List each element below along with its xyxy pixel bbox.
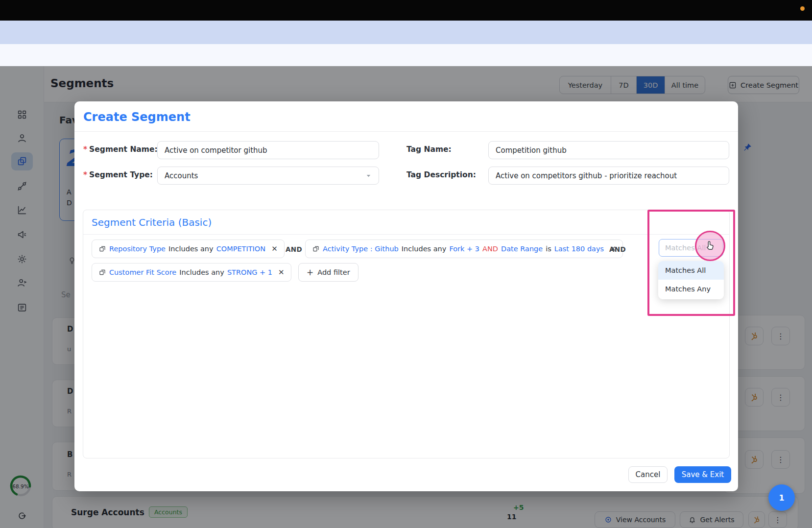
chip-operator: Includes any — [402, 245, 447, 253]
chip-operator: Includes any — [179, 268, 224, 276]
duplicate-icon — [98, 268, 106, 276]
duplicate-icon — [98, 245, 106, 253]
chip-value: Fork + 3 — [449, 245, 479, 253]
tag-description-label: Tag Description: — [406, 170, 476, 179]
tag-description-value: Active on competitors github - prioritiz… — [496, 171, 677, 180]
chip-field: Repository Type — [109, 245, 166, 253]
annotation-highlight-box — [647, 210, 735, 316]
segment-name-label: *Segment Name: — [83, 145, 158, 154]
chip-field: Customer Fit Score — [109, 268, 176, 276]
browser-toolbar: web.reo.dev/dashboard/segments ☆ M Error… — [0, 44, 812, 66]
segment-type-label-text: Segment Type: — [89, 170, 153, 179]
chip-operator-2: is — [546, 245, 551, 253]
chip-value-2: Last 180 days — [554, 245, 604, 253]
add-filter-label: Add filter — [317, 268, 350, 276]
chip-value: COMPETITION — [216, 245, 265, 253]
modal-divider — [74, 131, 738, 132]
filter-chip-repository-type[interactable]: Repository Type Includes any COMPETITION… — [92, 240, 285, 258]
tag-name-label: Tag Name: — [406, 145, 452, 154]
chip-field: Activity Type : Github — [323, 245, 399, 253]
segment-criteria-panel: Segment Criteria (Basic) Repository Type… — [83, 210, 730, 458]
create-segment-modal: Create Segment *Segment Name: Active on … — [74, 101, 738, 491]
hand-cursor-icon — [704, 240, 716, 252]
criteria-title: Segment Criteria (Basic) — [92, 216, 212, 228]
tag-name-value: Competition github — [496, 146, 567, 155]
segment-name-label-text: Segment Name: — [89, 145, 158, 154]
annotation-cursor-circle — [695, 231, 725, 261]
chip-remove-icon[interactable]: ✕ — [278, 268, 285, 277]
camera-indicator-icon — [800, 6, 805, 11]
chat-badge: 1 — [779, 493, 784, 503]
segment-type-value: Accounts — [165, 171, 198, 180]
menu-bar — [0, 0, 812, 21]
duplicate-icon — [312, 245, 320, 253]
add-filter-button[interactable]: + Add filter — [298, 263, 358, 282]
and-connector: AND — [609, 245, 626, 253]
chip-remove-icon[interactable]: ✕ — [271, 244, 278, 253]
cancel-button[interactable]: Cancel — [628, 466, 668, 483]
save-exit-button[interactable]: Save & Exit — [674, 466, 731, 483]
tag-description-input[interactable]: Active on competitors github - prioritiz… — [488, 167, 729, 185]
filter-chip-activity-type[interactable]: Activity Type : Github Includes any Fork… — [305, 240, 623, 258]
chat-widget-button[interactable]: 1 — [768, 484, 795, 511]
chip-value: STRONG + 1 — [227, 268, 272, 276]
plus-icon: + — [307, 267, 313, 277]
required-marker: * — [83, 170, 87, 179]
chevron-down-icon — [365, 172, 372, 179]
chip-operator: Includes any — [168, 245, 214, 253]
filter-chip-customer-fit[interactable]: Customer Fit Score Includes any STRONG +… — [92, 263, 291, 282]
segment-name-input[interactable]: Active on competitor github — [157, 141, 379, 159]
segment-type-select[interactable]: Accounts — [157, 167, 379, 185]
criteria-divider — [83, 234, 729, 235]
and-connector: AND — [286, 245, 302, 253]
modal-title: Create Segment — [83, 110, 191, 124]
tag-name-input[interactable]: Competition github — [488, 141, 729, 159]
browser-tab-strip: Reo.dev | Segments ✕ + — [0, 21, 812, 44]
chip-field-2: Date Range — [501, 245, 543, 253]
segment-name-value: Active on competitor github — [165, 146, 267, 155]
tag-name-label-text: Tag Name: — [406, 145, 452, 154]
required-marker: * — [83, 145, 87, 154]
segment-type-label: *Segment Type: — [83, 170, 153, 179]
screen: Reo.dev | Segments ✕ + web.reo.dev/dashb… — [0, 0, 812, 528]
tag-description-label-text: Tag Description: — [406, 170, 476, 179]
chip-conjunction: AND — [482, 245, 498, 253]
